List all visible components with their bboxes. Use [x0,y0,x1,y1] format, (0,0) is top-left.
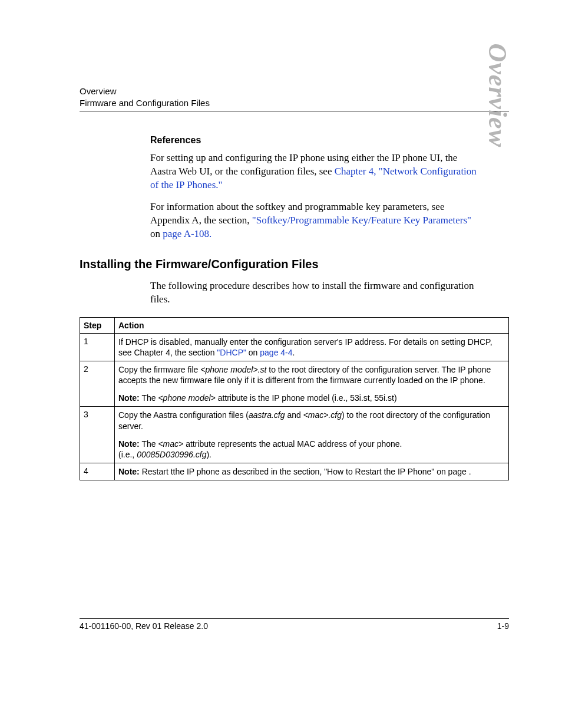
note-label: Note: [118,439,140,449]
text: (i.e., [118,450,137,459]
text: attribute is the IP phone model (i.e., 5… [216,393,397,403]
table-row: 2 Copy the firmware file <phone model>.s… [80,361,509,407]
text-italic: 00085D030996.cfg [137,450,206,459]
footer-rule [80,618,509,619]
col-action: Action [115,317,509,333]
side-tab-label: Overview [482,43,513,147]
text: and [285,410,303,420]
references-para-1: For setting up and configuring the IP ph… [150,151,477,192]
header-line-2: Firmware and Configuration Files [80,97,509,109]
footer-left: 41-001160-00, Rev 01 Release 2.0 [80,621,208,631]
header-line-1: Overview [80,85,509,97]
action-cell: Copy the firmware file <phone model>.st … [115,361,509,407]
text: Copy the Aastra configuration files ( [118,410,249,420]
text: on [246,348,260,357]
link-page-4-4[interactable]: page 4-4 [260,348,292,357]
text: The [140,393,158,403]
note-label: Note: [118,467,140,476]
action-cell: Note: Restart tthe IP phone as described… [115,463,509,480]
text: If DHCP is disabled, manually enter the … [118,337,492,357]
table-row: 4 Note: Restart tthe IP phone as describ… [80,463,509,480]
text-italic: <mac>.cfg [303,410,342,420]
text: attribute represents the actual MAC addr… [183,439,402,449]
text-italic: aastra.cfg [249,410,285,420]
action-cell: Copy the Aastra configuration files (aas… [115,407,509,463]
action-cell: If DHCP is disabled, manually enter the … [115,333,509,361]
install-intro: The following procedure describes how to… [150,279,477,307]
text-italic: <mac> [158,439,183,449]
step-cell: 4 [80,463,115,480]
col-step: Step [80,317,115,333]
text: ). [206,450,211,459]
table-row: 3 Copy the Aastra configuration files (a… [80,407,509,463]
link-page-a108[interactable]: page A-108. [163,228,211,239]
references-para-2: For information about the softkey and pr… [150,200,477,241]
note-label: Note: [118,393,140,403]
text: Restart tthe IP phone as described in th… [140,467,471,476]
footer-right: 1-9 [497,621,509,631]
text: . [293,348,295,357]
steps-table: Step Action 1 If DHCP is disabled, manua… [80,317,509,481]
step-cell: 3 [80,407,115,463]
step-cell: 1 [80,333,115,361]
step-cell: 2 [80,361,115,407]
table-row: 1 If DHCP is disabled, manually enter th… [80,333,509,361]
install-heading: Installing the Firmware/Configuration Fi… [80,258,509,271]
page-header: Overview Firmware and Configuration File… [80,85,509,111]
text: Copy the firmware file [118,365,200,374]
page-footer: 41-001160-00, Rev 01 Release 2.0 1-9 [80,618,509,631]
text-italic: <phone model> [158,393,215,403]
text: on [150,228,163,239]
link-dhcp[interactable]: "DHCP" [217,348,246,357]
table-head-row: Step Action [80,317,509,333]
references-heading: References [150,135,509,146]
text: The [140,439,158,449]
text-italic: <phone model>.st [200,365,266,374]
link-softkey-params[interactable]: "Softkey/Programmable Key/Feature Key Pa… [252,215,471,226]
header-rule [80,111,509,111]
page: Overview Firmware and Configuration File… [0,0,562,728]
